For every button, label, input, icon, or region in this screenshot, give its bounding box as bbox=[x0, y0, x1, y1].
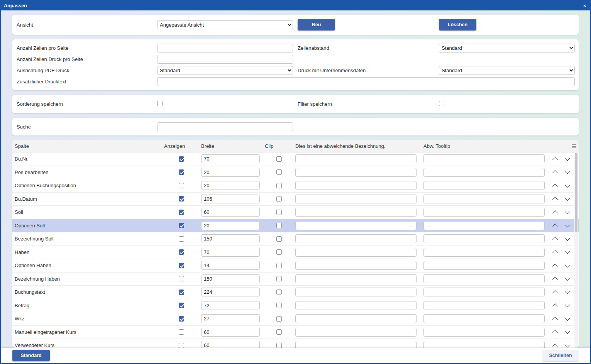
alt-tooltip-input[interactable] bbox=[423, 208, 545, 217]
move-down-icon[interactable] bbox=[565, 223, 570, 228]
width-input[interactable] bbox=[201, 168, 260, 177]
table-scrollbar-thumb[interactable] bbox=[575, 153, 577, 232]
alt-tooltip-input[interactable] bbox=[423, 341, 545, 348]
table-row[interactable]: Bezeichnung Haben bbox=[12, 273, 579, 286]
move-up-icon[interactable] bbox=[552, 236, 558, 242]
move-up-icon[interactable] bbox=[552, 249, 558, 255]
move-down-icon[interactable] bbox=[565, 236, 570, 242]
alt-label-input[interactable] bbox=[295, 234, 417, 243]
alt-tooltip-input[interactable] bbox=[423, 234, 545, 243]
clip-checkbox[interactable] bbox=[276, 223, 282, 228]
alt-tooltip-input[interactable] bbox=[423, 195, 545, 203]
move-down-icon[interactable] bbox=[565, 303, 570, 308]
clip-checkbox[interactable] bbox=[276, 329, 282, 335]
move-up-icon[interactable] bbox=[552, 196, 558, 201]
show-checkbox[interactable] bbox=[179, 210, 184, 215]
show-checkbox[interactable] bbox=[179, 249, 184, 255]
alt-tooltip-input[interactable] bbox=[423, 168, 545, 177]
line-spacing-select[interactable]: Standard bbox=[439, 44, 575, 52]
move-up-icon[interactable] bbox=[552, 343, 558, 348]
table-row[interactable]: Verwendeter Kurs bbox=[12, 339, 579, 348]
alt-tooltip-input[interactable] bbox=[423, 181, 545, 190]
move-down-icon[interactable] bbox=[565, 329, 570, 335]
move-up-icon[interactable] bbox=[552, 329, 558, 335]
pdf-orientation-select[interactable]: Standard bbox=[157, 66, 293, 75]
alt-label-input[interactable] bbox=[295, 181, 417, 190]
standard-button[interactable]: Standard bbox=[12, 350, 50, 361]
schliessen-button[interactable]: Schließen bbox=[542, 350, 579, 361]
table-row[interactable]: Wkz bbox=[12, 312, 579, 326]
move-down-icon[interactable] bbox=[565, 290, 570, 295]
table-row[interactable]: Bu.Nr. bbox=[12, 152, 579, 166]
alt-tooltip-input[interactable] bbox=[423, 288, 545, 296]
move-down-icon[interactable] bbox=[565, 196, 570, 201]
move-up-icon[interactable] bbox=[552, 156, 558, 162]
width-input[interactable] bbox=[201, 154, 260, 163]
alt-label-input[interactable] bbox=[295, 154, 417, 163]
width-input[interactable] bbox=[201, 195, 260, 203]
width-input[interactable] bbox=[201, 208, 260, 217]
alt-label-input[interactable] bbox=[295, 261, 417, 270]
move-up-icon[interactable] bbox=[552, 290, 558, 295]
alt-tooltip-input[interactable] bbox=[423, 328, 545, 337]
alt-tooltip-input[interactable] bbox=[423, 301, 545, 310]
alt-tooltip-input[interactable] bbox=[423, 314, 545, 323]
move-down-icon[interactable] bbox=[565, 276, 570, 281]
move-up-icon[interactable] bbox=[552, 169, 558, 175]
table-scrollbar[interactable] bbox=[574, 153, 578, 348]
table-row[interactable]: Bezeichnung Soll bbox=[12, 232, 579, 246]
width-input[interactable] bbox=[201, 328, 260, 337]
width-input[interactable] bbox=[201, 181, 260, 190]
width-input[interactable] bbox=[201, 274, 260, 283]
show-checkbox[interactable] bbox=[179, 276, 184, 281]
clip-checkbox[interactable] bbox=[276, 263, 282, 268]
show-checkbox[interactable] bbox=[179, 329, 184, 335]
clip-checkbox[interactable] bbox=[276, 303, 282, 308]
alt-tooltip-input[interactable] bbox=[423, 274, 545, 283]
width-input[interactable] bbox=[201, 341, 260, 348]
show-checkbox[interactable] bbox=[179, 290, 184, 295]
clip-checkbox[interactable] bbox=[276, 156, 282, 162]
table-row[interactable]: Haben bbox=[12, 246, 579, 259]
alt-label-input[interactable] bbox=[295, 288, 417, 296]
table-row[interactable]: Bu.Datum bbox=[12, 193, 579, 206]
show-checkbox[interactable] bbox=[179, 196, 184, 201]
move-up-icon[interactable] bbox=[552, 183, 558, 188]
show-checkbox[interactable] bbox=[179, 303, 184, 308]
extra-print-text-input[interactable] bbox=[157, 77, 575, 86]
move-down-icon[interactable] bbox=[565, 316, 570, 322]
width-input[interactable] bbox=[201, 234, 260, 243]
rows-per-page-input[interactable] bbox=[157, 44, 293, 52]
move-down-icon[interactable] bbox=[565, 263, 570, 268]
move-down-icon[interactable] bbox=[565, 249, 570, 255]
show-checkbox[interactable] bbox=[179, 223, 184, 228]
company-data-select[interactable]: Standard bbox=[439, 66, 575, 75]
alt-label-input[interactable] bbox=[295, 248, 417, 257]
move-up-icon[interactable] bbox=[552, 263, 558, 268]
clip-checkbox[interactable] bbox=[276, 249, 282, 255]
show-checkbox[interactable] bbox=[179, 236, 184, 242]
alt-label-input[interactable] bbox=[295, 208, 417, 217]
alt-label-input[interactable] bbox=[295, 301, 417, 310]
width-input[interactable] bbox=[201, 288, 260, 296]
alt-tooltip-input[interactable] bbox=[423, 154, 545, 163]
clip-checkbox[interactable] bbox=[276, 183, 282, 188]
alt-tooltip-input[interactable] bbox=[423, 221, 545, 230]
table-row[interactable]: Optionen Soll bbox=[12, 219, 579, 233]
save-sort-checkbox[interactable] bbox=[157, 101, 163, 106]
alt-label-input[interactable] bbox=[295, 195, 417, 203]
alt-label-input[interactable] bbox=[295, 168, 417, 177]
show-checkbox[interactable] bbox=[179, 183, 184, 188]
alt-label-input[interactable] bbox=[295, 314, 417, 323]
alt-label-input[interactable] bbox=[295, 221, 417, 230]
print-rows-per-page-input[interactable] bbox=[157, 55, 293, 64]
move-up-icon[interactable] bbox=[552, 276, 558, 281]
alt-label-input[interactable] bbox=[295, 328, 417, 337]
move-down-icon[interactable] bbox=[565, 156, 570, 162]
clip-checkbox[interactable] bbox=[276, 169, 282, 175]
move-down-icon[interactable] bbox=[565, 183, 570, 188]
table-row[interactable]: Optionen Haben bbox=[12, 259, 579, 273]
clip-checkbox[interactable] bbox=[276, 210, 282, 215]
move-up-icon[interactable] bbox=[552, 210, 558, 215]
show-checkbox[interactable] bbox=[179, 316, 184, 322]
